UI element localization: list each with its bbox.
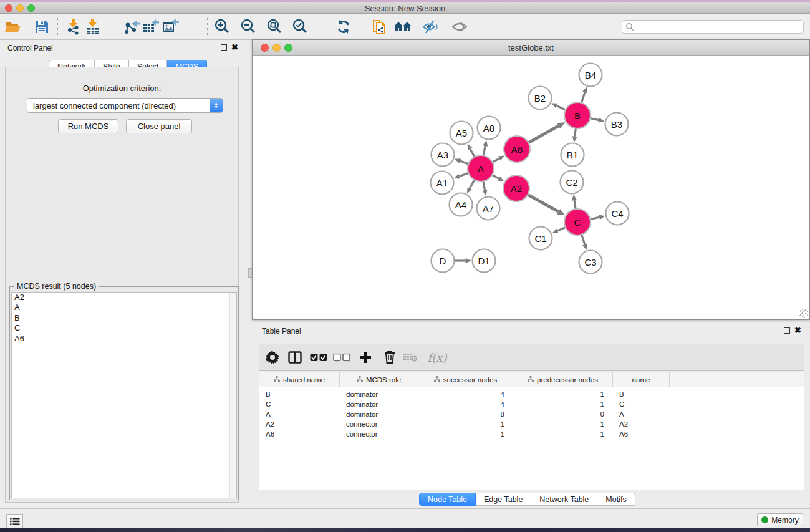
run-mcds-button[interactable]: Run MCDS — [58, 119, 118, 133]
table-cell: A — [613, 410, 670, 418]
result-item[interactable]: A6 — [12, 334, 236, 344]
table-cell: 1 — [513, 400, 613, 408]
table-cell: A6 — [259, 430, 340, 438]
edge-C-C2[interactable] — [574, 200, 576, 209]
export-image-icon[interactable] — [161, 17, 181, 37]
table-cell: 0 — [513, 410, 613, 418]
function-builder-icon[interactable]: f(x) — [428, 351, 447, 364]
window-resize-grip[interactable] — [799, 309, 808, 318]
edge-A6-B[interactable] — [528, 126, 559, 143]
edge-C-C4[interactable] — [591, 217, 600, 219]
delete-table-icon[interactable] — [403, 352, 418, 362]
node-label-B3: B3 — [611, 119, 622, 130]
export-table-icon[interactable] — [141, 17, 161, 37]
edge-A-A2[interactable] — [492, 175, 499, 178]
search-field[interactable] — [622, 20, 804, 34]
table-cell: 1 — [513, 420, 613, 428]
result-item[interactable]: B — [12, 313, 236, 323]
deselect-all-icon[interactable] — [333, 354, 350, 362]
table-row[interactable]: Adominator80A — [259, 409, 804, 419]
table-cell: connector — [340, 420, 418, 428]
arrowhead-icon — [599, 215, 605, 220]
table-row[interactable]: A2connector11A2 — [259, 419, 804, 429]
edge-B-B1[interactable] — [575, 128, 576, 137]
zoom-in-icon[interactable] — [212, 17, 232, 37]
import-table-icon[interactable] — [83, 17, 103, 37]
tab-node-table[interactable]: Node Table — [419, 493, 476, 506]
edge-A-A7[interactable] — [483, 181, 485, 190]
add-column-icon[interactable] — [359, 351, 372, 364]
result-item[interactable]: A2 — [12, 293, 236, 302]
edge-A-A4[interactable] — [470, 180, 475, 188]
duplicate-network-icon[interactable] — [370, 17, 390, 37]
table-row[interactable]: A6connector11A6 — [259, 429, 804, 439]
table-cell: C — [613, 400, 670, 408]
zoom-fit-icon[interactable] — [264, 17, 284, 37]
column-label: successor nodes — [443, 376, 497, 384]
tab-motifs[interactable]: Motifs — [597, 493, 635, 506]
edge-C-C3[interactable] — [582, 235, 585, 244]
memory-button[interactable]: Memory — [757, 513, 803, 526]
select-all-icon[interactable] — [310, 354, 327, 362]
table-row[interactable]: Cdominator41C — [259, 399, 804, 409]
network-canvas[interactable]: B4B2BB3A8A5A6A3B1AA1C2A2A4A7C4CC1C3DD1 — [253, 56, 809, 319]
edge-A2-C[interactable] — [528, 195, 558, 211]
result-item[interactable]: A — [12, 302, 236, 312]
column-header-successor-nodes[interactable]: successor nodes — [418, 372, 513, 387]
edge-B-B2[interactable] — [557, 105, 566, 110]
column-header-name[interactable]: name — [613, 372, 670, 387]
result-scrollbar[interactable] — [229, 293, 236, 498]
attribute-icon — [274, 376, 280, 384]
zoom-out-icon[interactable] — [238, 17, 258, 37]
close-panel-button[interactable]: Close panel — [126, 119, 192, 133]
edge-A-A6[interactable] — [493, 158, 499, 162]
import-network-icon[interactable] — [64, 17, 84, 37]
tab-edge-table[interactable]: Edge Table — [476, 493, 531, 506]
network-graph[interactable]: B4B2BB3A8A5A6A3B1AA1C2A2A4A7C4CC1C3DD1 — [253, 56, 809, 319]
desktop-bottom-strip — [0, 528, 810, 532]
mcds-result-list[interactable]: A2ABCA6 — [11, 292, 237, 498]
first-neighbors-icon[interactable] — [393, 17, 413, 37]
network-window-titlebar[interactable]: testGlobe.txt — [253, 40, 809, 56]
node-label-C4: C4 — [611, 208, 623, 219]
table-cell: A2 — [259, 420, 340, 428]
main-titlebar[interactable]: Session: New Session — [0, 2, 810, 14]
tab-network-table[interactable]: Network Table — [531, 493, 597, 506]
edge-A-A8[interactable] — [483, 146, 485, 155]
mcds-result-title: MCDS result (5 nodes) — [14, 282, 99, 291]
edge-A-A1[interactable] — [460, 173, 469, 176]
column-view-icon[interactable] — [288, 351, 302, 364]
show-all-icon[interactable] — [450, 17, 470, 37]
table-float-panel-icon[interactable] — [784, 327, 790, 334]
edge-B-B4[interactable] — [581, 92, 584, 103]
save-session-icon[interactable] — [32, 17, 52, 37]
open-file-icon[interactable] — [3, 17, 23, 37]
table-row[interactable]: Bdominator41B — [259, 389, 804, 399]
hide-selected-icon[interactable] — [420, 17, 440, 37]
node-label-A4: A4 — [455, 200, 466, 210]
memory-status-icon — [761, 516, 768, 523]
column-header-MCDS-role[interactable]: MCDS role — [340, 372, 418, 387]
column-header-shared-name[interactable]: shared name — [259, 372, 340, 387]
table-cell: A — [259, 410, 340, 418]
column-header-predecessor-nodes[interactable]: predecessor nodes — [513, 372, 613, 387]
edge-C-C1[interactable] — [557, 227, 566, 231]
float-panel-icon[interactable] — [221, 44, 227, 51]
delete-column-icon[interactable] — [384, 351, 395, 364]
refresh-icon[interactable] — [334, 17, 354, 37]
edge-A-A3[interactable] — [460, 161, 468, 164]
dropdown-value: largest connected component (directed) — [27, 101, 210, 110]
search-input[interactable] — [635, 21, 803, 32]
close-panel-icon[interactable]: ✖ — [231, 44, 238, 51]
edge-B-B3[interactable] — [590, 118, 599, 120]
export-network-icon[interactable] — [122, 17, 142, 37]
edge-A-A5[interactable] — [470, 149, 475, 157]
node-label-A: A — [478, 163, 484, 174]
node-label-A2: A2 — [511, 183, 522, 194]
table-settings-icon[interactable] — [266, 351, 279, 364]
zoom-selected-icon[interactable] — [290, 17, 310, 37]
result-item[interactable]: C — [12, 323, 236, 333]
task-history-button[interactable] — [6, 514, 23, 528]
table-close-panel-icon[interactable]: ✖ — [794, 327, 801, 334]
optimization-dropdown[interactable]: largest connected component (directed) ▲… — [27, 98, 223, 113]
